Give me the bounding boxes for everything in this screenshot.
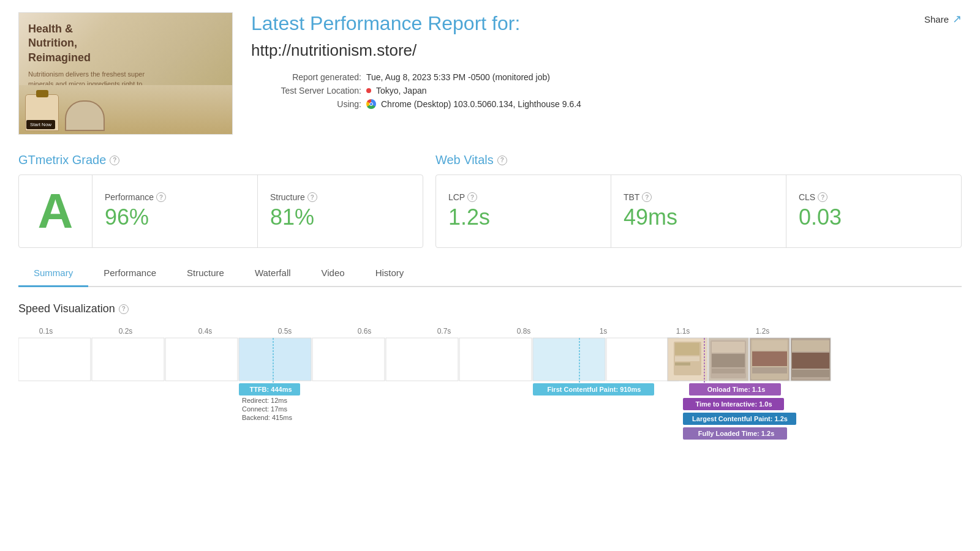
svg-rect-33 — [752, 367, 787, 373]
svg-text:Connect: 17ms: Connect: 17ms — [242, 405, 287, 413]
tbt-help-icon[interactable]: ? — [642, 192, 652, 202]
lcp-help-icon[interactable]: ? — [467, 192, 477, 202]
generated-label: Report generated: — [251, 72, 361, 82]
svg-rect-13 — [239, 338, 311, 381]
tabs-list: Summary Performance Structure Waterfall … — [18, 260, 962, 286]
web-vitals-help-icon[interactable]: ? — [497, 156, 507, 165]
gtmetrix-grade-title: GTmetrix Grade ? — [18, 153, 423, 167]
svg-rect-17 — [533, 338, 605, 381]
tab-video[interactable]: Video — [306, 260, 360, 287]
speed-viz-help-icon[interactable]: ? — [119, 304, 129, 314]
svg-rect-26 — [712, 342, 745, 353]
structure-metric: Structure ? 81% — [258, 175, 423, 247]
lcp-vital: LCP ? 1.2s — [436, 175, 611, 247]
svg-text:TTFB: 444ms: TTFB: 444ms — [249, 386, 292, 393]
svg-rect-15 — [386, 338, 458, 381]
using-value: Chrome (Desktop) 103.0.5060.134, Lightho… — [381, 99, 581, 109]
svg-rect-14 — [312, 338, 385, 381]
svg-text:0.6s: 0.6s — [358, 327, 372, 335]
svg-rect-23 — [675, 362, 690, 365]
svg-rect-22 — [675, 356, 699, 361]
tab-structure[interactable]: Structure — [172, 260, 239, 287]
svg-text:1.1s: 1.1s — [676, 327, 690, 335]
tbt-vital: TBT ? 49ms — [611, 175, 786, 247]
svg-text:0.5s: 0.5s — [278, 327, 292, 335]
grades-section: GTmetrix Grade ? A Performance ? 96% — [18, 153, 962, 248]
cls-value: 0.03 — [799, 204, 949, 230]
svg-rect-10 — [18, 338, 91, 381]
gtmetrix-grade-section: GTmetrix Grade ? A Performance ? 96% — [18, 153, 423, 248]
speed-viz-section: Speed Visualization ? 0.1s 0.2s 0.4s 0.5… — [18, 302, 962, 465]
svg-text:Fully Loaded Time: 1.2s: Fully Loaded Time: 1.2s — [698, 430, 775, 437]
structure-label: Structure ? — [270, 192, 410, 202]
svg-text:0.7s: 0.7s — [437, 327, 451, 335]
svg-rect-38 — [792, 370, 829, 377]
tabs-section: Summary Performance Structure Waterfall … — [18, 260, 962, 287]
report-title: Latest Performance Report for: — [251, 12, 962, 35]
web-vitals-title: Web Vitals ? — [435, 153, 962, 167]
site-thumbnail: Health &Nutrition,Reimagined Nutritionis… — [18, 12, 233, 135]
report-info: Latest Performance Report for: http://nu… — [251, 12, 962, 109]
meta-row-using: Using: Chrome (Desktop) 103.0.5060.134, … — [251, 99, 962, 109]
timeline-viz: 0.1s 0.2s 0.4s 0.5s 0.6s 0.7s 0.8s 1s 1.… — [18, 324, 962, 465]
thumbnail-title: Health &Nutrition,Reimagined — [28, 22, 223, 65]
using-label: Using: — [251, 99, 361, 109]
meta-row-server: Test Server Location: Tokyo, Japan — [251, 86, 962, 96]
svg-rect-21 — [675, 343, 699, 355]
grade-letter: A — [38, 187, 74, 236]
cls-help-icon[interactable]: ? — [818, 192, 827, 202]
web-vitals-section: Web Vitals ? LCP ? 1.2s TBT ? 49ms — [435, 153, 962, 248]
svg-text:Onload Time: 1.1s: Onload Time: 1.1s — [707, 386, 766, 393]
header-section: Health &Nutrition,Reimagined Nutritionis… — [18, 12, 962, 135]
performance-label: Performance ? — [105, 192, 245, 202]
svg-text:0.8s: 0.8s — [517, 327, 531, 335]
performance-help-icon[interactable]: ? — [156, 192, 166, 202]
vitals-card: LCP ? 1.2s TBT ? 49ms CLS ? — [435, 174, 962, 248]
svg-rect-16 — [459, 338, 532, 381]
timeline-svg: 0.1s 0.2s 0.4s 0.5s 0.6s 0.7s 0.8s 1s 1.… — [18, 324, 962, 465]
gtmetrix-help-icon[interactable]: ? — [110, 156, 119, 165]
structure-help-icon[interactable]: ? — [307, 192, 317, 202]
cls-label: CLS ? — [799, 192, 949, 202]
cls-vital: CLS ? 0.03 — [786, 175, 961, 247]
server-label: Test Server Location: — [251, 86, 361, 96]
grade-card: A Performance ? 96% Structure ? — [18, 174, 423, 248]
lcp-value: 1.2s — [448, 204, 598, 230]
server-value: Tokyo, Japan — [376, 86, 427, 96]
svg-text:Time to Interactive: 1.0s: Time to Interactive: 1.0s — [695, 400, 772, 408]
meta-row-generated: Report generated: Tue, Aug 8, 2023 5:33 … — [251, 72, 962, 82]
generated-value: Tue, Aug 8, 2023 5:33 PM -0500 (monitore… — [366, 72, 550, 82]
tbt-label: TBT ? — [624, 192, 774, 202]
speed-viz-title: Speed Visualization ? — [18, 302, 962, 315]
report-meta: Report generated: Tue, Aug 8, 2023 5:33 … — [251, 72, 962, 109]
tab-waterfall[interactable]: Waterfall — [239, 260, 306, 287]
tab-performance[interactable]: Performance — [88, 260, 172, 287]
grade-metrics: Performance ? 96% Structure ? 81% — [92, 175, 423, 247]
svg-rect-31 — [752, 340, 787, 350]
svg-rect-36 — [792, 340, 829, 351]
share-label: Share — [924, 14, 949, 24]
tab-summary[interactable]: Summary — [18, 260, 88, 287]
tbt-value: 49ms — [624, 204, 774, 230]
svg-text:Backend: 415ms: Backend: 415ms — [242, 414, 292, 421]
svg-text:0.2s: 0.2s — [119, 327, 133, 335]
server-location-dot — [366, 88, 371, 93]
svg-text:First Contentful Paint: 910ms: First Contentful Paint: 910ms — [548, 386, 641, 393]
performance-metric: Performance ? 96% — [92, 175, 258, 247]
grade-letter-box: A — [19, 175, 92, 247]
tab-history[interactable]: History — [360, 260, 420, 287]
svg-rect-37 — [792, 353, 829, 369]
svg-text:1s: 1s — [600, 327, 608, 335]
share-icon: ↗︎ — [952, 12, 962, 26]
lcp-label: LCP ? — [448, 192, 598, 202]
svg-rect-27 — [712, 354, 745, 367]
svg-text:0.4s: 0.4s — [198, 327, 213, 335]
share-button[interactable]: Share ↗︎ — [924, 12, 962, 26]
svg-rect-12 — [165, 338, 238, 381]
svg-text:Redirect: 12ms: Redirect: 12ms — [242, 397, 287, 404]
svg-rect-32 — [752, 351, 787, 366]
svg-text:0.1s: 0.1s — [39, 327, 53, 335]
structure-value: 81% — [270, 204, 410, 230]
svg-rect-11 — [92, 338, 164, 381]
report-url: http://nutritionism.store/ — [251, 41, 962, 60]
